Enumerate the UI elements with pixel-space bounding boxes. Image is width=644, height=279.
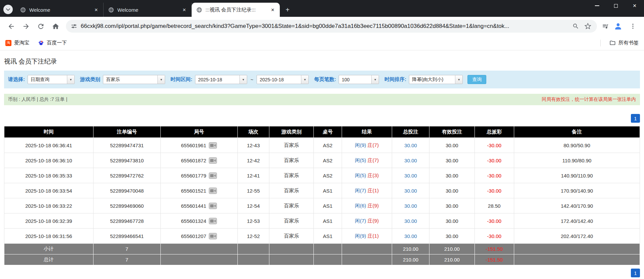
- page-size-select[interactable]: 100 ▾: [339, 75, 379, 84]
- chevron-down-icon[interactable]: ▾: [371, 75, 379, 84]
- back-button[interactable]: [5, 20, 17, 33]
- range-separator: ~: [250, 77, 254, 82]
- refresh-icon: [37, 23, 45, 30]
- total-bet-link[interactable]: 30.00: [404, 158, 417, 163]
- tab-close-icon[interactable]: ✕: [269, 6, 276, 13]
- total-bet-link[interactable]: 30.00: [404, 173, 417, 178]
- cell-result: 闲(5) 庄(7): [342, 153, 392, 168]
- cell-round: 655601207: [160, 229, 237, 244]
- total-bet-link[interactable]: 30.00: [404, 233, 417, 239]
- tab-close-icon[interactable]: ✕: [92, 6, 100, 13]
- url-bar[interactable]: 66cxkj98.com/ipl/portal.php/game/betreco…: [66, 20, 597, 33]
- date-to-value: 2025-10-18: [257, 75, 301, 84]
- chevron-down-icon[interactable]: ▾: [157, 75, 165, 84]
- total-bet-link[interactable]: 30.00: [404, 143, 417, 148]
- zoom-icon[interactable]: [571, 22, 580, 31]
- refresh-button[interactable]: [34, 20, 47, 33]
- table-header-cell: 桌号: [314, 126, 342, 138]
- tab-search-button[interactable]: [3, 5, 13, 14]
- pagination-top: 1: [4, 114, 640, 123]
- table-header-cell: 注单编号: [93, 126, 160, 138]
- cell-time: 2025-10-18 06:32:39: [4, 213, 93, 229]
- video-replay-icon[interactable]: [209, 203, 217, 209]
- cell-session: 12-41: [237, 168, 269, 183]
- new-tab-button[interactable]: +: [282, 5, 293, 15]
- video-replay-icon[interactable]: [209, 172, 217, 179]
- date-to-select[interactable]: 2025-10-18 ▾: [257, 75, 309, 84]
- all-bookmarks-label: 所有书签: [618, 40, 639, 46]
- sort-select[interactable]: 降幂(由大到小) ▾: [409, 75, 463, 84]
- person-icon: [614, 22, 622, 31]
- page-size-label: 每页笔数:: [314, 76, 336, 83]
- cell-bet-id: 522899472762: [93, 168, 160, 183]
- cell-table-no: AS2: [314, 138, 342, 153]
- chevron-down-icon[interactable]: ▾: [455, 75, 462, 84]
- total-bet-link[interactable]: 30.00: [404, 218, 417, 224]
- browser-toolbar: 66cxkj98.com/ipl/portal.php/game/betreco…: [0, 17, 644, 36]
- cell-valid-bet: 30.00: [429, 183, 475, 198]
- cell-total-bet: 30.00: [392, 138, 429, 153]
- tab-welcome-2[interactable]: Welcome ✕: [104, 3, 192, 17]
- browser-menu-button[interactable]: [627, 20, 639, 33]
- cell-payout: -30.00: [475, 213, 514, 229]
- video-replay-icon[interactable]: [209, 188, 217, 194]
- page-number-button[interactable]: 1: [631, 269, 640, 277]
- bookmark-star-icon[interactable]: [583, 22, 592, 31]
- cell-table-no: AS2: [314, 153, 342, 168]
- site-info-icon[interactable]: [71, 23, 77, 30]
- bookmark-baidu[interactable]: 百度一下: [38, 40, 67, 46]
- window-controls: ✕: [588, 0, 644, 11]
- total-bet-link[interactable]: 30.00: [404, 188, 417, 194]
- game-type-select[interactable]: 百家乐 ▾: [103, 75, 165, 84]
- date-from-value: 2025-10-18: [195, 75, 239, 84]
- table-header-cell: 局号: [160, 126, 237, 138]
- cell-payout: 28.50: [475, 198, 514, 213]
- video-replay-icon[interactable]: [209, 233, 217, 239]
- cell-valid-bet: 30.00: [429, 153, 475, 168]
- chevron-down-icon[interactable]: ▾: [301, 75, 308, 84]
- cell-session: 12-53: [237, 213, 269, 229]
- window-minimize-button[interactable]: [588, 0, 606, 11]
- window-close-button[interactable]: ✕: [625, 0, 644, 11]
- tab-welcome-1[interactable]: Welcome ✕: [15, 3, 104, 17]
- cell-game-type: 百家乐: [269, 198, 314, 213]
- window-maximize-button[interactable]: [606, 0, 625, 11]
- filter-select-label: 请选择:: [8, 76, 25, 83]
- cell-bet-id: 522899467728: [93, 213, 160, 229]
- cell-table-no: AS2: [314, 168, 342, 183]
- bookmark-aitaobao[interactable]: 淘 爱淘宝: [5, 40, 29, 46]
- cell-payout: -30.00: [475, 183, 514, 198]
- tab-close-icon[interactable]: ✕: [181, 6, 188, 13]
- chevron-down-icon[interactable]: ▾: [239, 75, 247, 84]
- tab-bet-record[interactable]: :::视讯 会员下注纪录::: ✕: [192, 3, 280, 17]
- subtotal-label: 小计: [4, 244, 93, 254]
- video-replay-icon[interactable]: [209, 218, 217, 224]
- profile-avatar[interactable]: [612, 20, 624, 33]
- cell-table-no: AS1: [314, 183, 342, 198]
- search-button[interactable]: 查询: [467, 75, 486, 84]
- forward-button[interactable]: [20, 20, 32, 33]
- cell-total-bet: 30.00: [392, 153, 429, 168]
- bookmark-label: 百度一下: [47, 40, 67, 46]
- round-number: 655601872: [181, 158, 206, 163]
- date-from-select[interactable]: 2025-10-18 ▾: [195, 75, 247, 84]
- media-controls-icon[interactable]: [601, 22, 610, 31]
- total-payout: -151.50: [475, 254, 514, 265]
- table-header-cell: 总派彩: [475, 126, 514, 138]
- round-number: 655601207: [181, 233, 206, 239]
- result-player: 闲(7): [355, 218, 366, 224]
- cell-session: 12-54: [237, 198, 269, 213]
- cell-game-type: 百家乐: [269, 168, 314, 183]
- cell-result: 闲(5) 庄(3): [342, 168, 392, 183]
- page-number-button[interactable]: 1: [631, 114, 640, 123]
- chevron-down-icon[interactable]: ▾: [67, 75, 74, 84]
- total-bet-link[interactable]: 30.00: [404, 203, 417, 209]
- filter-bar: 请选择: 日期查询 ▾ 游戏类别 百家乐 ▾ 时间区间: 2025-10-18 …: [4, 71, 640, 88]
- query-type-select[interactable]: 日期查询 ▾: [28, 75, 75, 84]
- all-bookmarks-button[interactable]: 所有书签: [609, 40, 639, 46]
- home-button[interactable]: [49, 20, 62, 33]
- video-replay-icon[interactable]: [209, 157, 217, 164]
- video-replay-icon[interactable]: [209, 142, 217, 149]
- table-row: 2025-10-18 06:36:10 522899473810 6556018…: [4, 153, 640, 168]
- tab-label: :::视讯 会员下注纪录:::: [205, 7, 266, 13]
